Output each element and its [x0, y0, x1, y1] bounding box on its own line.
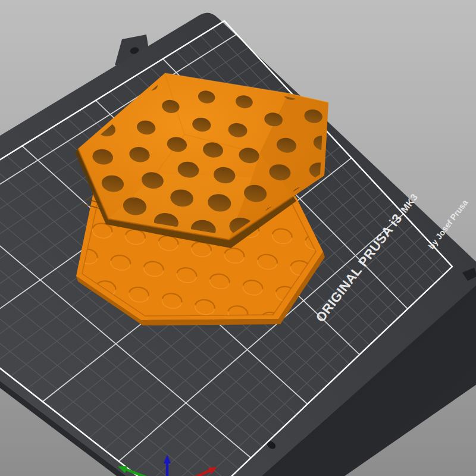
scene-canvas[interactable]: ORIGINAL PRUSA i3 MK3 by Josef Prusa	[0, 0, 476, 476]
slicer-3d-viewport[interactable]: ORIGINAL PRUSA i3 MK3 by Josef Prusa	[0, 0, 476, 476]
